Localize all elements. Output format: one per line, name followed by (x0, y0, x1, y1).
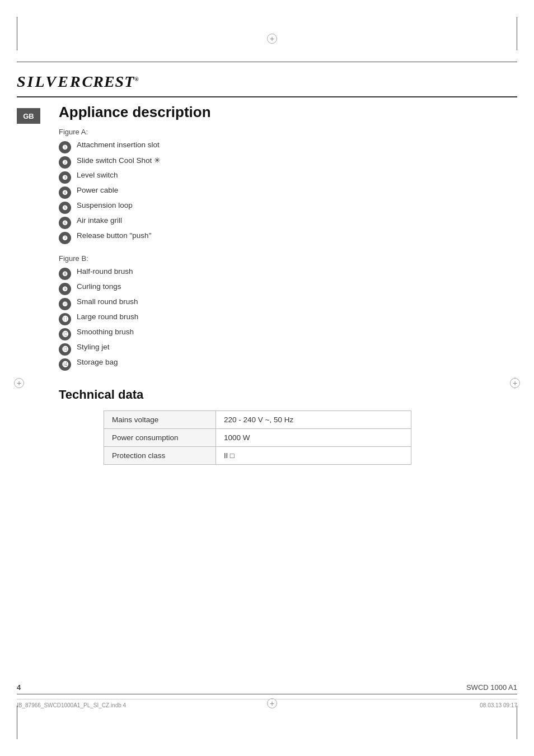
item-icon-8: ❽ (59, 268, 71, 280)
page-border-top (17, 62, 517, 62)
item-icon-10: ❿ (59, 298, 71, 310)
table-row: Power consumption 1000 W (104, 429, 411, 447)
list-item: ❻ Air intake grill (59, 216, 517, 229)
technical-data-table: Mains voltage 220 - 240 V ~, 50 Hz Power… (104, 410, 411, 465)
page-number: 4 (17, 683, 21, 692)
gb-label: GB (17, 108, 40, 124)
list-item: ⓬ Smoothing brush (59, 328, 517, 340)
item-text-11: Large round brush (77, 312, 138, 321)
registration-mark-top (267, 34, 277, 44)
bottom-imprint: IB_87966_SWCD1000A1_PL_SI_CZ.indb 4 08.0… (17, 699, 517, 708)
table-cell-label: Power consumption (104, 429, 216, 447)
figure-a-label: Figure A: (59, 128, 517, 136)
list-item: ❾ Curling tongs (59, 282, 517, 295)
language-label-container: GB (17, 104, 50, 465)
model-number: SWCD 1000 A1 (466, 683, 517, 692)
item-text-14: Storage bag (77, 358, 118, 366)
item-icon-4: ❹ (59, 186, 71, 199)
list-item: ⓮ Storage bag (59, 358, 517, 371)
list-item: ❽ Half-round brush (59, 267, 517, 280)
imprint-date: 08.03.13 09:17 (480, 702, 517, 708)
table-cell-label: Mains voltage (104, 411, 216, 429)
item-text-3: Level switch (77, 171, 118, 179)
table-cell-value: 220 - 240 V ~, 50 Hz (216, 411, 411, 429)
list-item: ❶ Attachment insertion slot (59, 141, 517, 153)
list-item: ❸ Level switch (59, 171, 517, 184)
item-text-10: Small round brush (77, 297, 138, 306)
item-icon-11: ⓫ (59, 313, 71, 325)
item-icon-2: ❷ (59, 156, 71, 169)
brand-name-text: SilverCrest (17, 73, 134, 90)
content-section: Appliance description Figure A: ❶ Attach… (59, 104, 517, 465)
figure-a-list: ❶ Attachment insertion slot ❷ Slide swit… (59, 141, 517, 244)
list-item: ❼ Release button "push" (59, 231, 517, 244)
item-text-4: Power cable (77, 186, 118, 194)
item-text-9: Curling tongs (77, 282, 121, 291)
item-icon-13: ⓭ (59, 343, 71, 356)
item-text-5: Suspension loop (77, 201, 133, 209)
technical-data-section: Technical data Mains voltage 220 - 240 V… (59, 388, 517, 465)
table-cell-value: 1000 W (216, 429, 411, 447)
imprint-file: IB_87966_SWCD1000A1_PL_SI_CZ.indb 4 (17, 702, 126, 708)
main-content: GB Appliance description Figure A: ❶ Att… (17, 104, 517, 465)
page-border-left-top (17, 17, 17, 50)
table-row: Mains voltage 220 - 240 V ~, 50 Hz (104, 411, 411, 429)
item-icon-14: ⓮ (59, 358, 71, 371)
item-icon-7: ❼ (59, 232, 71, 244)
brand-registered: ® (134, 76, 140, 82)
footer: 4 SWCD 1000 A1 (17, 683, 517, 692)
item-icon-6: ❻ (59, 217, 71, 229)
header: SilverCrest® (17, 67, 517, 97)
item-icon-12: ⓬ (59, 328, 71, 340)
item-text-7: Release button "push" (77, 231, 151, 240)
page-border-right-top (517, 17, 517, 50)
figure-b-list: ❽ Half-round brush ❾ Curling tongs ❿ Sma… (59, 267, 517, 371)
list-item: ❺ Suspension loop (59, 201, 517, 214)
page-border-right-bottom (517, 706, 517, 739)
item-icon-5: ❺ (59, 202, 71, 214)
item-icon-3: ❸ (59, 171, 71, 184)
item-icon-9: ❾ (59, 283, 71, 295)
table-cell-value: II □ (216, 447, 411, 465)
item-text-2: Slide switch Cool Shot ✳ (77, 156, 161, 165)
page-border-bottom (17, 694, 517, 694)
list-item: ❹ Power cable (59, 186, 517, 199)
protection-class-symbol: II □ (224, 451, 235, 460)
table-row: Protection class II □ (104, 447, 411, 465)
figure-b-label: Figure B: (59, 254, 517, 263)
appliance-description-section: Appliance description Figure A: ❶ Attach… (59, 104, 517, 371)
item-text-13: Styling jet (77, 343, 110, 351)
table-cell-label: Protection class (104, 447, 216, 465)
list-item: ❿ Small round brush (59, 297, 517, 310)
item-text-6: Air intake grill (77, 216, 122, 225)
brand-logo: SilverCrest® (17, 73, 140, 91)
appliance-description-title: Appliance description (59, 104, 517, 121)
list-item: ❷ Slide switch Cool Shot ✳ (59, 156, 517, 169)
list-item: ⓫ Large round brush (59, 312, 517, 325)
page-border-left-bottom (17, 706, 17, 739)
technical-data-title: Technical data (59, 388, 517, 402)
item-text-8: Half-round brush (77, 267, 133, 276)
item-text-12: Smoothing brush (77, 328, 134, 336)
item-text-1: Attachment insertion slot (77, 141, 160, 149)
list-item: ⓭ Styling jet (59, 343, 517, 356)
item-icon-1: ❶ (59, 141, 71, 153)
